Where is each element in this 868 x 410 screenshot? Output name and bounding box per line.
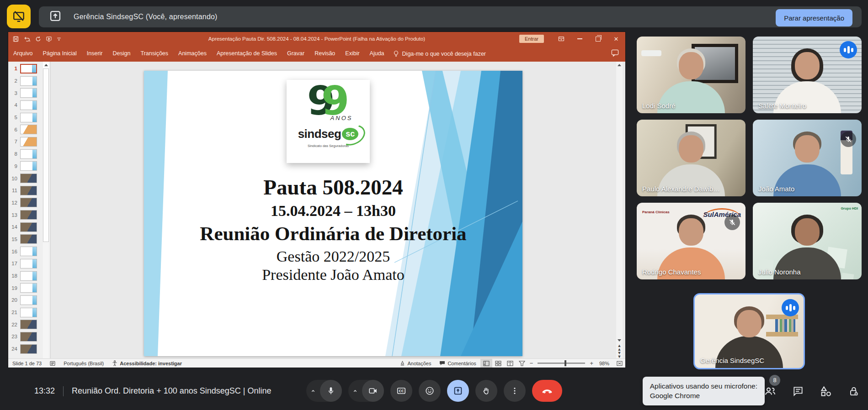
menu-tab-apresentacao-de-slides[interactable]: Apresentação de Slides bbox=[212, 46, 282, 62]
slideshow-view-button[interactable] bbox=[516, 359, 528, 368]
zoom-slider[interactable] bbox=[538, 363, 585, 364]
slide-thumbnail-15[interactable]: 15 bbox=[8, 233, 43, 246]
slide-thumbnail-23[interactable]: 23 bbox=[8, 331, 43, 343]
slide-thumbnail-18[interactable]: 18 bbox=[8, 270, 43, 282]
camera-button[interactable] bbox=[362, 380, 384, 402]
zoom-out-button[interactable]: − bbox=[528, 360, 535, 367]
slide-thumbnail-12[interactable]: 12 bbox=[8, 197, 43, 209]
participants-button[interactable]: 8 bbox=[764, 385, 777, 398]
menu-tab-animacoes[interactable]: Animações bbox=[173, 46, 212, 62]
slide-thumbnail-22[interactable]: 22 bbox=[8, 318, 43, 331]
slide-thumbnail-2[interactable]: 2 bbox=[8, 75, 43, 87]
menu-tab-pagina-inicial[interactable]: Página Inicial bbox=[37, 46, 81, 62]
undo-icon[interactable] bbox=[23, 36, 31, 42]
menu-tab-design[interactable]: Design bbox=[107, 46, 135, 62]
slide-thumbnail-panel[interactable]: 123456789101112131415161718192021222324 bbox=[8, 62, 51, 358]
host-controls-button[interactable] bbox=[848, 385, 860, 397]
participant-tile-salete-monteiro[interactable]: Salete Monteiro bbox=[753, 37, 862, 113]
slide-thumbnail-7[interactable]: 7 bbox=[8, 136, 43, 148]
activities-button[interactable] bbox=[820, 385, 832, 398]
quick-access-toolbar[interactable] bbox=[8, 36, 61, 42]
microphone-button[interactable] bbox=[320, 380, 342, 402]
close-button[interactable]: ✕ bbox=[607, 32, 625, 46]
comments-button[interactable]: Comentários bbox=[435, 359, 480, 368]
menu-tab-revisao[interactable]: Revisão bbox=[309, 46, 340, 62]
slide-thumbnail-13[interactable]: 13 bbox=[8, 209, 43, 221]
slide-thumbnail-20[interactable]: 20 bbox=[8, 294, 43, 306]
slide-thumbnail-10[interactable]: 10 bbox=[8, 172, 43, 184]
menu-tab-gravar[interactable]: Gravar bbox=[282, 46, 309, 62]
slide-thumbnail-8[interactable]: 8 bbox=[8, 148, 43, 160]
slide-thumbnail-21[interactable]: 21 bbox=[8, 306, 43, 319]
present-now-button[interactable] bbox=[447, 380, 469, 402]
slide-thumbnail-14[interactable]: 14 bbox=[8, 221, 43, 233]
menu-tab-transicoes[interactable]: Transições bbox=[135, 46, 173, 62]
zoom-level[interactable]: 98% bbox=[595, 359, 613, 368]
reading-view-button[interactable] bbox=[504, 359, 516, 368]
sign-in-button[interactable]: Entrar bbox=[519, 35, 544, 43]
editor-scrollbar[interactable]: ▲▲ ▼▼ bbox=[616, 62, 623, 358]
menu-tab-arquivo[interactable]: Arquivo bbox=[8, 46, 37, 62]
slide-sorter-view-button[interactable] bbox=[492, 359, 504, 368]
fit-slide-to-window-button[interactable] bbox=[613, 359, 625, 368]
more-options-button[interactable] bbox=[504, 380, 526, 402]
slide-counter[interactable]: Slide 1 de 73 bbox=[8, 359, 46, 368]
camera-options-chevron[interactable] bbox=[348, 380, 362, 402]
scroll-down-button[interactable] bbox=[616, 337, 623, 344]
participant-tile-paulo-alexandre-dawib[interactable]: Paulo Alexandre Dawib… bbox=[637, 120, 746, 196]
reactions-button[interactable] bbox=[419, 380, 441, 402]
shared-tab-chip[interactable] bbox=[7, 5, 31, 28]
annotations-button[interactable]: Anotações bbox=[396, 359, 435, 368]
participant-tile-joao-amato[interactable]: João Amato bbox=[753, 120, 862, 196]
tell-me-box[interactable]: Diga-me o que você deseja fazer bbox=[393, 50, 486, 58]
participant-tile-gerencia-sindsegsc[interactable]: Gerência SindsegSC bbox=[693, 293, 805, 369]
captions-button[interactable]: CC bbox=[390, 380, 412, 402]
accessibility-status[interactable]: Acessibilidade: investigar bbox=[108, 359, 186, 368]
thumbnail-scrollbar[interactable] bbox=[43, 62, 49, 358]
slide-thumbnail-11[interactable]: 11 bbox=[8, 184, 43, 197]
slide-canvas[interactable]: 9 9 ANOS sindseg sc Sindicato das Segura… bbox=[144, 71, 522, 356]
start-slideshow-icon[interactable] bbox=[46, 36, 52, 42]
customize-qat-icon[interactable] bbox=[57, 36, 61, 42]
slide-thumbnail-3[interactable]: 3 bbox=[8, 87, 43, 99]
slide-editor-area[interactable]: 9 9 ANOS sindseg sc Sindicato das Segura… bbox=[51, 62, 625, 358]
notes-icon[interactable] bbox=[46, 359, 59, 368]
ppt-title-bar[interactable]: Apresentação Pauta Dir. 508.2024 - 08.04… bbox=[8, 32, 625, 46]
participant-tile-rodrigo-chavantes[interactable]: Paraná ClínicasSulAméricaRodrigo Chavant… bbox=[637, 203, 746, 279]
save-icon[interactable] bbox=[13, 36, 19, 42]
slide-thumbnail-1[interactable]: 1 bbox=[8, 63, 43, 75]
slide-thumbnail-17[interactable]: 17 bbox=[8, 258, 43, 270]
repeat-icon[interactable] bbox=[35, 36, 41, 42]
menu-tab-exibir[interactable]: Exibir bbox=[340, 46, 364, 62]
slide-thumbnail-6[interactable]: 6 bbox=[8, 123, 43, 136]
slide-thumbnail-24[interactable]: 24 bbox=[8, 343, 43, 355]
mic-options-chevron[interactable] bbox=[306, 380, 320, 402]
slide-thumbnail-16[interactable]: 16 bbox=[8, 245, 43, 258]
normal-view-button[interactable] bbox=[480, 359, 492, 368]
ribbon-display-options-icon[interactable] bbox=[552, 32, 570, 46]
menu-tab-ajuda[interactable]: Ajuda bbox=[365, 46, 389, 62]
scroll-up-button[interactable] bbox=[616, 62, 623, 68]
scroll-up-button[interactable] bbox=[43, 62, 49, 68]
previous-slide-button[interactable]: ▲▲ bbox=[616, 344, 623, 351]
participant-tile-julio-noronha[interactable]: Grupo HDIJulio Noronha bbox=[753, 203, 862, 279]
slide-thumbnail-9[interactable]: 9 bbox=[8, 160, 43, 173]
chat-button[interactable] bbox=[792, 385, 804, 397]
powerpoint-window[interactable]: Apresentação Pauta Dir. 508.2024 - 08.04… bbox=[8, 32, 625, 368]
slide-thumbnail-4[interactable]: 4 bbox=[8, 99, 43, 111]
language-selector[interactable]: Português (Brasil) bbox=[59, 359, 108, 368]
menu-tab-inserir[interactable]: Inserir bbox=[82, 46, 108, 62]
zoom-in-button[interactable]: + bbox=[588, 360, 595, 367]
slide-thumbnail-5[interactable]: 5 bbox=[8, 111, 43, 124]
ribbon-comments-icon[interactable] bbox=[611, 49, 619, 58]
participant-tile-lodi-sodre[interactable]: Lodi Sodré bbox=[637, 37, 746, 113]
restore-button[interactable] bbox=[589, 32, 607, 46]
slide-thumbnail-19[interactable]: 19 bbox=[8, 282, 43, 294]
raise-hand-button[interactable] bbox=[475, 380, 497, 402]
end-call-button[interactable] bbox=[532, 380, 562, 402]
minimize-button[interactable] bbox=[570, 32, 589, 46]
next-slide-button[interactable]: ▼▼ bbox=[616, 351, 623, 358]
slide-number: 8 bbox=[8, 151, 20, 157]
participant-count-badge: 8 bbox=[769, 375, 780, 386]
stop-presentation-button[interactable]: Parar apresentação bbox=[776, 9, 852, 26]
